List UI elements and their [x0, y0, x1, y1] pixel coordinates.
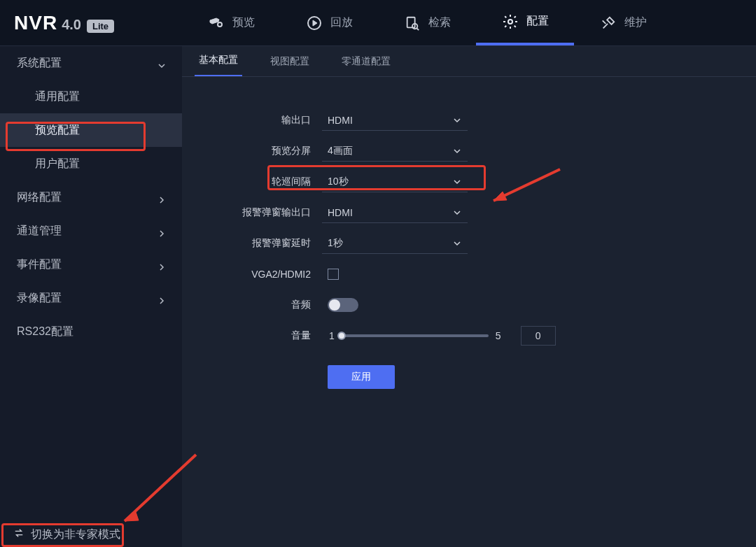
- volume-control: 1 5: [322, 326, 556, 346]
- chevron-down-icon: [454, 207, 461, 218]
- content: 基本配置 视图配置 零通道配置 输出口 HDMI 预览分屏 4画面 轮巡间隔: [182, 46, 756, 547]
- sidebar-item-label: 通用配置: [35, 90, 80, 104]
- form: 输出口 HDMI 预览分屏 4画面 轮巡间隔 10秒: [182, 77, 756, 389]
- nav-maintain[interactable]: 维护: [574, 0, 672, 45]
- nav-preview-label: 预览: [232, 15, 255, 30]
- toggle-audio[interactable]: [328, 298, 358, 312]
- tabs: 基本配置 视图配置 零通道配置: [182, 46, 756, 77]
- tab-zero[interactable]: 零通道配置: [337, 47, 395, 76]
- select-output[interactable]: HDMI: [322, 110, 468, 131]
- volume-slider[interactable]: [342, 334, 489, 337]
- nav-search[interactable]: 检索: [378, 0, 476, 45]
- label-audio: 音频: [182, 299, 322, 311]
- select-value: 1秒: [328, 237, 343, 250]
- expert-mode-label: 切换为非专家模式: [31, 527, 120, 542]
- sidebar-item-label: 用户配置: [35, 157, 80, 171]
- brand-sub: 4.0: [62, 17, 81, 33]
- camera-icon: [207, 14, 225, 32]
- svg-rect-2: [407, 17, 415, 27]
- tab-view[interactable]: 视图配置: [266, 47, 314, 76]
- nav-config[interactable]: 配置: [476, 0, 574, 45]
- main: 系统配置 通用配置 预览配置 用户配置 网络配置 通道管理 事件配置 录像配置: [0, 46, 756, 547]
- chevron-down-icon: [454, 115, 461, 126]
- sidebar-item-label: 网络配置: [17, 190, 62, 205]
- chevron-right-icon: [158, 194, 165, 201]
- apply-button[interactable]: 应用: [328, 365, 395, 389]
- swap-icon: [14, 528, 24, 541]
- sidebar-item-system[interactable]: 系统配置: [0, 46, 182, 80]
- volume-max: 5: [496, 330, 501, 341]
- chevron-right-icon: [158, 294, 165, 301]
- select-split[interactable]: 4画面: [322, 141, 468, 162]
- sidebar-item-label: 系统配置: [17, 56, 62, 71]
- label-output: 输出口: [182, 114, 322, 127]
- label-vga: VGA2/HDMI2: [182, 269, 322, 280]
- svg-line-4: [416, 28, 419, 30]
- tab-basic[interactable]: 基本配置: [195, 45, 242, 76]
- select-alarm-delay[interactable]: 1秒: [322, 233, 468, 254]
- volume-min: 1: [329, 330, 335, 341]
- gear-icon: [501, 13, 519, 31]
- sidebar-item-label: 通道管理: [17, 224, 62, 239]
- file-search-icon: [403, 14, 421, 32]
- top-nav: 预览 回放 检索 配置 维护: [182, 0, 672, 45]
- label-volume: 音量: [182, 329, 322, 342]
- apply-label: 应用: [351, 371, 371, 382]
- chevron-down-icon: [454, 145, 461, 157]
- label-alarm-out: 报警弹窗输出口: [182, 206, 322, 219]
- sidebar-item-network[interactable]: 网络配置: [0, 180, 182, 214]
- select-value: 4画面: [328, 145, 353, 157]
- sidebar-item-preview[interactable]: 预览配置: [0, 113, 182, 147]
- play-circle-icon: [305, 14, 323, 32]
- sidebar-item-user[interactable]: 用户配置: [0, 147, 182, 180]
- sidebar: 系统配置 通用配置 预览配置 用户配置 网络配置 通道管理 事件配置 录像配置: [0, 46, 182, 547]
- sidebar-item-label: RS232配置: [17, 325, 74, 339]
- nav-config-label: 配置: [526, 14, 549, 29]
- sidebar-item-rs232[interactable]: RS232配置: [0, 315, 182, 348]
- chevron-down-icon: [158, 59, 165, 66]
- select-alarm-out[interactable]: HDMI: [322, 202, 468, 223]
- sidebar-item-general[interactable]: 通用配置: [0, 80, 182, 113]
- select-value: 10秒: [328, 176, 349, 188]
- nav-playback-label: 回放: [330, 15, 353, 30]
- tab-label: 视图配置: [270, 55, 309, 66]
- svg-point-0: [218, 22, 222, 27]
- checkbox-vga[interactable]: [328, 269, 339, 280]
- tools-icon: [599, 14, 617, 32]
- sidebar-item-event[interactable]: 事件配置: [0, 248, 182, 281]
- nav-preview[interactable]: 预览: [182, 0, 280, 45]
- top-bar: NVR 4.0 Lite 预览 回放 检索 配置: [0, 0, 756, 46]
- select-value: HDMI: [328, 207, 353, 218]
- sidebar-item-label: 预览配置: [35, 123, 80, 138]
- nav-maintain-label: 维护: [624, 15, 647, 30]
- chevron-right-icon: [158, 227, 165, 234]
- select-value: HDMI: [328, 115, 353, 126]
- select-patrol[interactable]: 10秒: [322, 171, 468, 192]
- brand-badge: Lite: [87, 20, 114, 33]
- label-split: 预览分屏: [182, 145, 322, 157]
- brand: NVR 4.0 Lite: [0, 12, 182, 34]
- label-alarm-delay: 报警弹窗延时: [182, 237, 322, 250]
- tab-label: 基本配置: [199, 54, 238, 65]
- sidebar-item-label: 录像配置: [17, 291, 62, 306]
- chevron-right-icon: [158, 261, 165, 268]
- tab-label: 零通道配置: [342, 55, 391, 66]
- sidebar-item-record[interactable]: 录像配置: [0, 281, 182, 315]
- sidebar-item-channel[interactable]: 通道管理: [0, 214, 182, 248]
- label-patrol: 轮巡间隔: [182, 176, 322, 188]
- chevron-down-icon: [454, 238, 461, 249]
- svg-point-5: [508, 20, 512, 24]
- nav-search-label: 检索: [428, 15, 451, 30]
- slider-thumb[interactable]: [337, 332, 346, 340]
- sidebar-item-label: 事件配置: [17, 257, 62, 272]
- chevron-down-icon: [454, 176, 461, 187]
- brand-main: NVR: [14, 12, 57, 34]
- nav-playback[interactable]: 回放: [280, 0, 378, 45]
- expert-mode-toggle[interactable]: 切换为非专家模式: [0, 522, 182, 547]
- volume-input[interactable]: [521, 326, 556, 346]
